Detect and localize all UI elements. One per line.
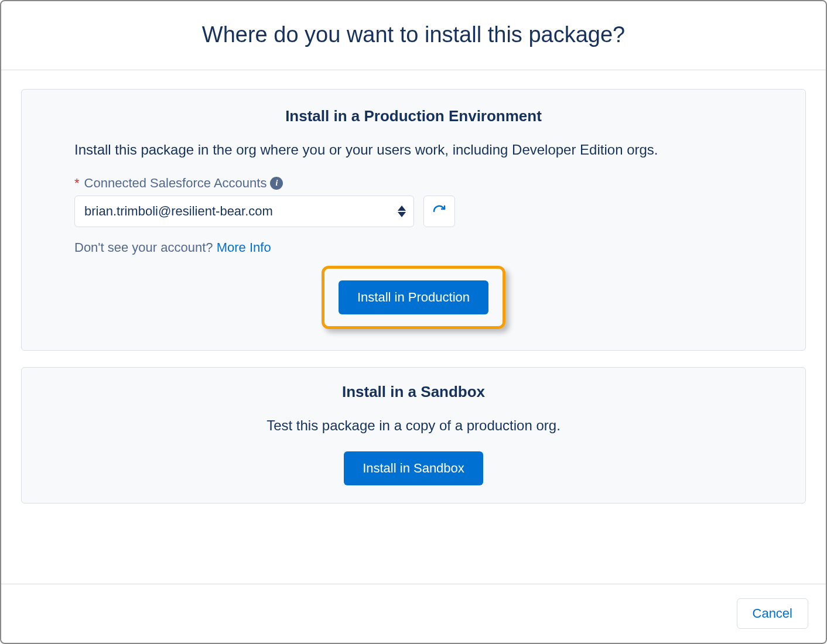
sandbox-title: Install in a Sandbox (74, 383, 753, 401)
sandbox-description: Test this package in a copy of a product… (74, 417, 753, 434)
account-select[interactable]: brian.trimboli@resilient-bear.com (74, 196, 414, 227)
refresh-button[interactable] (423, 196, 455, 227)
modal-title: Where do you want to install this packag… (13, 22, 814, 47)
production-description: Install this package in the org where yo… (74, 142, 753, 158)
account-select-wrap: brian.trimboli@resilient-bear.com (74, 196, 414, 227)
install-package-modal: Where do you want to install this packag… (1, 1, 826, 643)
more-info-link[interactable]: More Info (217, 240, 271, 255)
install-sandbox-button[interactable]: Install in Sandbox (344, 451, 483, 485)
account-field-label-row: * Connected Salesforce Accounts i (74, 176, 753, 191)
help-text-prefix: Don't see your account? (74, 240, 217, 255)
production-panel: Install in a Production Environment Inst… (21, 89, 806, 351)
sandbox-panel: Install in a Sandbox Test this package i… (21, 367, 806, 503)
modal-header: Where do you want to install this packag… (1, 1, 826, 70)
cancel-button[interactable]: Cancel (737, 598, 808, 629)
account-field-label: Connected Salesforce Accounts (84, 176, 267, 191)
account-select-row: brian.trimboli@resilient-bear.com (74, 196, 753, 227)
modal-body: Install in a Production Environment Inst… (1, 70, 826, 584)
production-title: Install in a Production Environment (74, 107, 753, 125)
info-icon[interactable]: i (270, 177, 283, 190)
install-production-highlight: Install in Production (322, 266, 505, 329)
required-indicator: * (74, 176, 80, 191)
account-help-text: Don't see your account? More Info (74, 240, 753, 255)
account-select-value: brian.trimboli@resilient-bear.com (84, 204, 273, 218)
modal-footer: Cancel (1, 584, 826, 643)
refresh-icon (432, 204, 446, 218)
install-production-button[interactable]: Install in Production (339, 280, 488, 314)
